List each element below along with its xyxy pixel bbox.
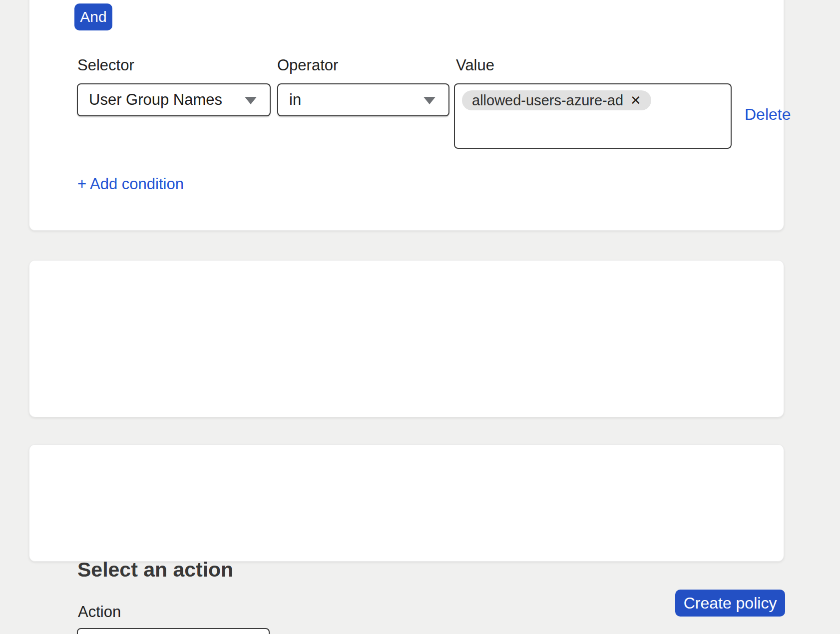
selector-dropdown-value: User Group Names — [89, 91, 222, 109]
delete-condition-link[interactable]: Delete — [745, 105, 791, 124]
step3-card: STEP 3 Select an action Action Allow — [29, 260, 784, 417]
operator-dropdown-value: in — [289, 91, 301, 109]
operator-field-label: Operator — [277, 56, 338, 74]
remove-tag-icon[interactable]: ✕ — [630, 94, 641, 107]
create-policy-button[interactable]: Create policy — [675, 590, 785, 617]
selector-field-label: Selector — [77, 56, 134, 74]
condition-builder-card: And Selector Operator Value User Group N… — [29, 0, 784, 231]
step3-title: Select an action — [77, 558, 233, 582]
operator-dropdown[interactable]: in — [277, 83, 449, 116]
value-field-label: Value — [456, 56, 494, 74]
value-tag: allowed-users-azure-ad ✕ — [462, 90, 651, 110]
step4-card: STEP 4 Configure policy settings No addi… — [29, 444, 784, 562]
policy-builder-page: And Selector Operator Value User Group N… — [0, 0, 840, 634]
action-field-label: Action — [78, 603, 121, 621]
value-tag-label: allowed-users-azure-ad — [472, 92, 623, 109]
chevron-down-icon — [245, 97, 257, 104]
selector-dropdown[interactable]: User Group Names — [77, 83, 271, 116]
value-tag-input[interactable]: allowed-users-azure-ad ✕ — [454, 83, 732, 149]
add-condition-link[interactable]: + Add condition — [77, 175, 184, 193]
action-dropdown[interactable]: Allow — [77, 628, 270, 634]
and-connector-button[interactable]: And — [74, 3, 112, 30]
chevron-down-icon — [423, 97, 435, 104]
